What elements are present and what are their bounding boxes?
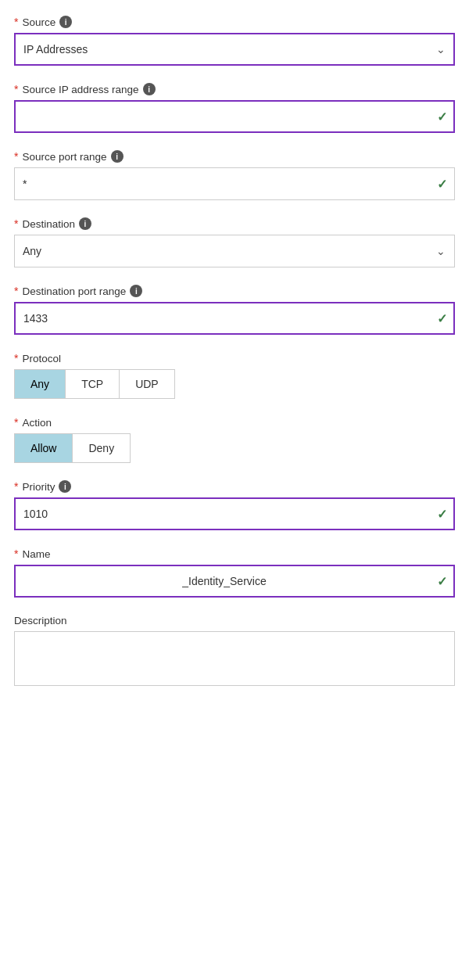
- protocol-button-group: Any TCP UDP: [14, 369, 175, 399]
- source-port-range-required-star: *: [14, 150, 18, 163]
- destination-select[interactable]: Any IP Addresses Service Tag Application…: [14, 235, 455, 267]
- source-port-range-field-group: * Source port range i ✓: [14, 150, 455, 200]
- protocol-tcp-button[interactable]: TCP: [66, 370, 120, 398]
- source-required-star: *: [14, 16, 18, 28]
- priority-check-icon: ✓: [437, 507, 447, 522]
- description-label: Description: [14, 615, 455, 626]
- destination-port-range-check-icon: ✓: [437, 311, 447, 326]
- priority-label: * Priority i: [14, 480, 455, 493]
- source-ip-range-input[interactable]: [14, 100, 455, 133]
- source-select[interactable]: IP Addresses Any Service Tag Application…: [14, 33, 455, 66]
- destination-select-wrapper: Any IP Addresses Service Tag Application…: [14, 235, 455, 267]
- source-ip-range-required-star: *: [14, 83, 18, 95]
- priority-label-text: Priority: [22, 481, 55, 493]
- source-label: * Source i: [14, 16, 455, 28]
- priority-input[interactable]: [14, 497, 455, 530]
- description-textarea[interactable]: [14, 631, 455, 686]
- destination-port-range-info-icon[interactable]: i: [130, 285, 142, 297]
- protocol-any-button[interactable]: Any: [15, 370, 66, 398]
- source-ip-range-field-group: * Source IP address range i ✓: [14, 83, 455, 133]
- source-ip-range-label-text: Source IP address range: [22, 84, 138, 95]
- protocol-label-text: Protocol: [22, 353, 61, 364]
- destination-info-icon[interactable]: i: [79, 217, 91, 230]
- protocol-required-star: *: [14, 352, 18, 364]
- source-info-icon[interactable]: i: [59, 16, 72, 28]
- source-select-wrapper: IP Addresses Any Service Tag Application…: [14, 33, 455, 66]
- destination-label-text: Destination: [22, 218, 75, 230]
- description-label-text: Description: [14, 615, 67, 626]
- destination-port-range-label: * Destination port range i: [14, 285, 455, 297]
- priority-info-icon[interactable]: i: [59, 480, 71, 493]
- name-input[interactable]: [14, 565, 455, 598]
- name-label-text: Name: [22, 548, 50, 560]
- action-button-group: Allow Deny: [14, 433, 131, 463]
- source-label-text: Source: [22, 16, 55, 28]
- name-field-group: * Name ✓: [14, 547, 455, 598]
- source-port-range-input[interactable]: [14, 167, 455, 200]
- source-port-range-label-text: Source port range: [22, 151, 106, 163]
- destination-port-range-required-star: *: [14, 285, 18, 297]
- action-label: * Action: [14, 416, 455, 429]
- source-ip-range-info-icon[interactable]: i: [143, 83, 156, 95]
- source-ip-range-input-wrapper: ✓: [14, 100, 455, 133]
- priority-required-star: *: [14, 480, 18, 493]
- action-field-group: * Action Allow Deny: [14, 416, 455, 463]
- destination-label: * Destination i: [14, 217, 455, 230]
- source-port-range-check-icon: ✓: [437, 177, 447, 192]
- protocol-field-group: * Protocol Any TCP UDP: [14, 352, 455, 399]
- protocol-label: * Protocol: [14, 352, 455, 364]
- source-port-range-input-wrapper: ✓: [14, 167, 455, 200]
- description-field-group: Description: [14, 615, 455, 688]
- destination-port-range-input-wrapper: ✓: [14, 302, 455, 335]
- action-deny-button[interactable]: Deny: [73, 434, 130, 462]
- name-required-star: *: [14, 547, 18, 560]
- priority-input-wrapper: ✓: [14, 497, 455, 530]
- destination-field-group: * Destination i Any IP Addresses Service…: [14, 217, 455, 267]
- name-label: * Name: [14, 547, 455, 560]
- name-check-icon: ✓: [437, 574, 447, 589]
- destination-port-range-field-group: * Destination port range i ✓: [14, 285, 455, 335]
- action-label-text: Action: [22, 417, 52, 429]
- destination-port-range-input[interactable]: [14, 302, 455, 335]
- action-allow-button[interactable]: Allow: [15, 434, 73, 462]
- destination-port-range-label-text: Destination port range: [22, 285, 126, 297]
- source-field-group: * Source i IP Addresses Any Service Tag …: [14, 16, 455, 66]
- protocol-udp-button[interactable]: UDP: [120, 370, 174, 398]
- source-port-range-info-icon[interactable]: i: [111, 150, 124, 163]
- destination-required-star: *: [14, 217, 18, 230]
- name-input-wrapper: ✓: [14, 565, 455, 598]
- source-port-range-label: * Source port range i: [14, 150, 455, 163]
- priority-field-group: * Priority i ✓: [14, 480, 455, 530]
- source-ip-range-label: * Source IP address range i: [14, 83, 455, 95]
- source-ip-range-check-icon: ✓: [437, 109, 447, 124]
- action-required-star: *: [14, 416, 18, 429]
